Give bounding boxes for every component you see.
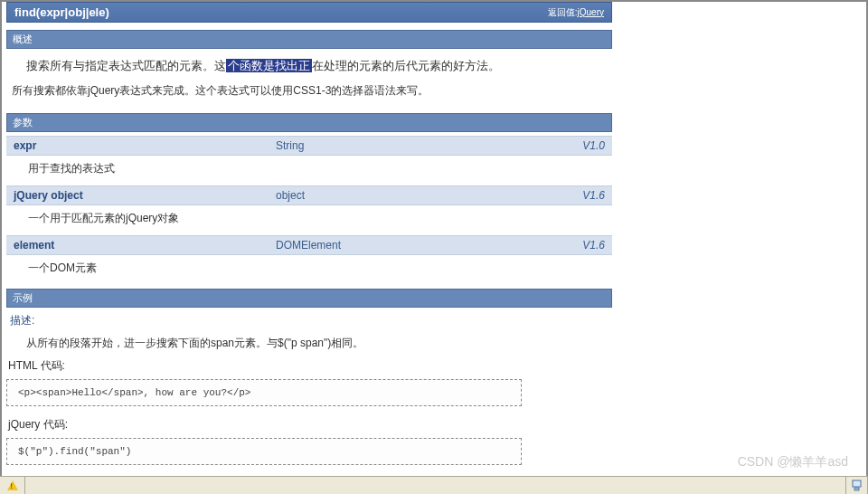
status-security-icon[interactable] [846, 477, 868, 494]
param-type: object [276, 189, 560, 202]
browser-viewport: find(expr|obj|ele) 返回值:jQuery 概述 搜索所有与指定… [0, 0, 868, 476]
param-type: DOMElement [276, 239, 560, 252]
api-signature: find(expr|obj|ele) [14, 5, 109, 19]
param-desc: 一个用于匹配元素的jQuery对象 [6, 205, 612, 232]
param-name: jQuery object [14, 189, 276, 202]
param-desc: 一个DOM元素 [6, 255, 612, 281]
status-bar [0, 476, 868, 494]
highlighted-text: 个函数是找出正 [226, 59, 312, 72]
jquery-code-block: $("p").find("span") [6, 438, 522, 465]
watermark: CSDN @懒羊羊asd [738, 454, 848, 470]
return-value: 返回值:jQuery [548, 6, 604, 19]
html-code-label: HTML 代码: [6, 355, 612, 377]
overview-sub: 所有搜索都依靠jQuery表达式来完成。这个表达式可以使用CSS1-3的选择器语… [6, 80, 612, 106]
svg-rect-0 [853, 480, 861, 487]
param-name: expr [14, 139, 276, 152]
param-version: V1.6 [560, 239, 605, 252]
param-version: V1.6 [560, 189, 605, 202]
jquery-code-label: jQuery 代码: [6, 413, 612, 436]
warning-triangle-icon [7, 480, 18, 490]
param-row: element DOMElement V1.6 [6, 235, 612, 255]
html-code-block: <p><span>Hello</span>, how are you?</p> [6, 379, 522, 406]
computer-icon [852, 480, 862, 491]
return-type-link[interactable]: jQuery [578, 7, 604, 17]
param-row: jQuery object object V1.6 [6, 185, 612, 205]
param-type: String [276, 139, 560, 152]
param-desc: 用于查找的表达式 [6, 156, 612, 182]
result-label: 结果: [6, 472, 612, 476]
section-params: 参数 [6, 113, 612, 132]
param-row: expr String V1.0 [6, 136, 612, 156]
overview-main: 搜索所有与指定表达式匹配的元素。这个函数是找出正在处理的元素的后代元素的好方法。 [6, 49, 612, 80]
param-name: element [14, 239, 276, 252]
param-version: V1.0 [560, 139, 605, 152]
svg-rect-1 [854, 488, 859, 490]
example-desc-text: 从所有的段落开始，进一步搜索下面的span元素。与$("p span")相同。 [6, 330, 612, 355]
example-desc-label: 描述: [6, 308, 612, 330]
status-text-area [25, 477, 846, 494]
section-example: 示例 [6, 289, 612, 308]
api-title-bar: find(expr|obj|ele) 返回值:jQuery [6, 2, 612, 23]
doc-content: find(expr|obj|ele) 返回值:jQuery 概述 搜索所有与指定… [2, 2, 617, 476]
section-overview: 概述 [6, 30, 612, 49]
status-warning-icon[interactable] [0, 477, 25, 494]
